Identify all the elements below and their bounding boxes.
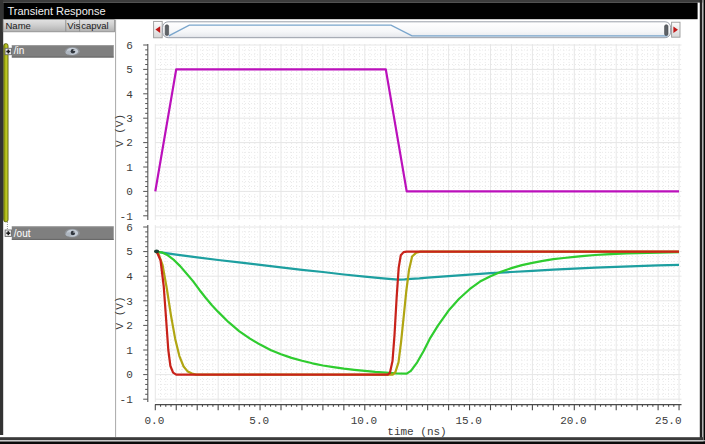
svg-text:2: 2: [126, 137, 133, 149]
svg-text:/out: /out: [14, 228, 31, 239]
svg-text:Vis: Vis: [67, 20, 80, 31]
svg-text:6: 6: [126, 40, 133, 52]
svg-text:/in: /in: [14, 45, 25, 56]
svg-text:10.0: 10.0: [351, 415, 377, 427]
svg-text:4: 4: [126, 271, 133, 283]
svg-text:0.0: 0.0: [144, 415, 164, 427]
svg-text:V (V): V (V): [114, 296, 126, 329]
svg-text:2: 2: [126, 320, 133, 332]
svg-text:Transient Response: Transient Response: [8, 5, 106, 17]
svg-text:15.0: 15.0: [455, 415, 481, 427]
svg-text:1: 1: [126, 345, 133, 357]
svg-text:0: 0: [126, 369, 133, 381]
svg-text:V (V): V (V): [114, 114, 126, 147]
svg-text:6: 6: [126, 222, 133, 234]
svg-text:0: 0: [126, 186, 133, 198]
svg-text:3: 3: [126, 113, 133, 125]
svg-text:Name: Name: [6, 20, 31, 31]
svg-text:1: 1: [126, 162, 133, 174]
svg-text:-1: -1: [120, 394, 134, 406]
svg-text:5: 5: [126, 246, 133, 258]
svg-text:20.0: 20.0: [560, 415, 586, 427]
svg-text:capval: capval: [81, 20, 108, 31]
svg-text:4: 4: [126, 89, 133, 101]
svg-text:25.0: 25.0: [655, 415, 681, 427]
svg-text:5.0: 5.0: [249, 415, 269, 427]
svg-text:time (ns): time (ns): [387, 426, 446, 438]
svg-text:-1: -1: [120, 211, 134, 223]
svg-text:3: 3: [126, 296, 133, 308]
svg-text:5: 5: [126, 64, 133, 76]
